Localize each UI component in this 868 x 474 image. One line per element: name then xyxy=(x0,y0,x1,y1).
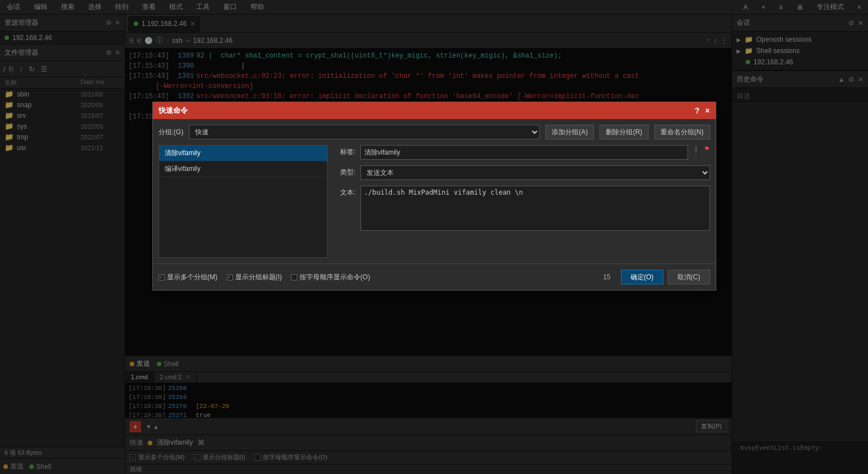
label-field-label: 标签: xyxy=(333,145,356,157)
checkbox-label: 显示分组标题(I) xyxy=(235,273,282,282)
command-form: 标签: | ⚑ 类型: 发送文本 文本: ./build.sh MixPadMi… xyxy=(333,145,710,258)
dialog-help-btn[interactable]: ? xyxy=(695,106,700,115)
dialog-titlebar-actions: ? × xyxy=(695,106,710,115)
edit-icon[interactable]: | xyxy=(695,145,697,153)
footer-checkboxes: ✓ 显示多个分组(M) ✓ 显示分组标题(I) 按字母顺序显示命令(O) xyxy=(158,273,371,282)
cancel-btn[interactable]: 取消(C) xyxy=(668,270,710,284)
text-field-label: 文本: xyxy=(333,186,356,198)
dialog-overlay: 快速命令 ? × 分组:(G) 快速 添加分组(A) 删除分组(R) 重命名分组… xyxy=(0,0,868,474)
quick-command-dialog: 快速命令 ? × 分组:(G) 快速 添加分组(A) 删除分组(R) 重命名分组… xyxy=(152,102,716,291)
group-select[interactable]: 快速 xyxy=(189,125,540,139)
confirm-btn[interactable]: 确定(O) xyxy=(621,270,663,284)
dialog-main: 清除vifamily 编译vifamily 标签: | ⚑ 类型: 发送文本 xyxy=(158,145,710,258)
checkbox-icon: ✓ xyxy=(158,274,165,280)
footer-cb-title[interactable]: ✓ 显示分组标题(I) xyxy=(227,273,282,282)
delete-group-btn[interactable]: 删除分组(R) xyxy=(600,125,649,139)
checkbox-label: 显示多个分组(M) xyxy=(167,273,218,282)
label-field: 标签: | ⚑ xyxy=(333,145,710,160)
add-group-btn[interactable]: 添加分组(A) xyxy=(545,125,594,139)
dialog-footer: ✓ 显示多个分组(M) ✓ 显示分组标题(I) 按字母顺序显示命令(O) 15 … xyxy=(153,264,716,290)
rename-group-btn[interactable]: 重命名分组(N) xyxy=(654,125,710,139)
dialog-body: 分组:(G) 快速 添加分组(A) 删除分组(R) 重命名分组(N) 清除vif… xyxy=(153,119,716,264)
checkbox-label: 按字母顺序显示命令(O) xyxy=(299,273,370,282)
command-item-clean[interactable]: 清除vifamily xyxy=(159,146,327,161)
command-list: 清除vifamily 编译vifamily xyxy=(158,145,328,258)
type-field-label: 类型: xyxy=(333,165,356,177)
footer-buttons: 15 确定(O) 取消(C) xyxy=(603,270,710,284)
footer-cb-multi[interactable]: ✓ 显示多个分组(M) xyxy=(158,273,218,282)
checkbox-icon xyxy=(291,274,297,280)
checkbox-icon: ✓ xyxy=(227,274,233,280)
footer-cb-alpha[interactable]: 按字母顺序显示命令(O) xyxy=(291,273,370,282)
dialog-group-row: 分组:(G) 快速 添加分组(A) 删除分组(R) 重命名分组(N) xyxy=(158,125,710,139)
dialog-close-btn[interactable]: × xyxy=(705,106,710,115)
group-label: 分组:(G) xyxy=(158,128,184,137)
flag-icon[interactable]: ⚑ xyxy=(704,145,710,153)
text-input[interactable]: ./build.sh MixPadMini vifamily clean \n xyxy=(360,186,710,231)
dialog-titlebar: 快速命令 ? × xyxy=(153,102,716,119)
shortcut-hint: 15 xyxy=(603,273,616,281)
text-field: 文本: ./build.sh MixPadMini vifamily clean… xyxy=(333,186,710,231)
label-input[interactable] xyxy=(360,145,689,160)
type-field: 类型: 发送文本 xyxy=(333,165,710,180)
type-select[interactable]: 发送文本 xyxy=(360,165,710,180)
dialog-title: 快速命令 xyxy=(158,106,188,116)
command-item-compile[interactable]: 编译vifamily xyxy=(159,161,327,177)
